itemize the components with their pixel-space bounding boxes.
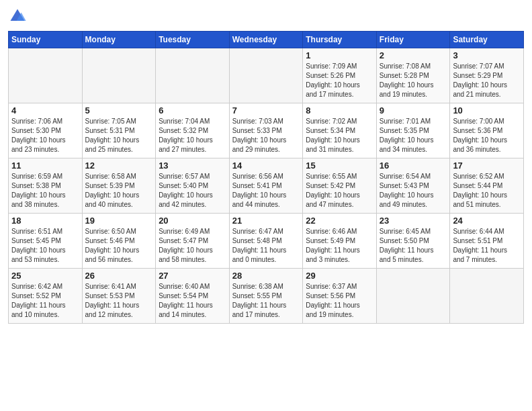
day-info: Sunrise: 7:08 AM Sunset: 5:28 PM Dayligh…	[380, 62, 447, 99]
day-number: 23	[380, 216, 447, 226]
calendar-week-row: 11Sunrise: 6:59 AM Sunset: 5:38 PM Dayli…	[9, 158, 524, 214]
day-number: 19	[85, 216, 153, 226]
day-number: 24	[453, 216, 521, 226]
day-number: 10	[453, 105, 521, 116]
calendar-cell: 3Sunrise: 7:07 AM Sunset: 5:29 PM Daylig…	[450, 48, 524, 103]
day-info: Sunrise: 6:52 AM Sunset: 5:44 PM Dayligh…	[453, 172, 521, 210]
day-number: 7	[232, 105, 300, 116]
day-info: Sunrise: 6:49 AM Sunset: 5:47 PM Dayligh…	[159, 227, 226, 265]
calendar-week-row: 4Sunrise: 7:06 AM Sunset: 5:30 PM Daylig…	[9, 103, 524, 158]
day-info: Sunrise: 6:50 AM Sunset: 5:46 PM Dayligh…	[85, 227, 153, 265]
calendar-cell: 22Sunrise: 6:46 AM Sunset: 5:49 PM Dayli…	[303, 214, 377, 269]
day-number: 16	[380, 161, 447, 171]
calendar-cell: 4Sunrise: 7:06 AM Sunset: 5:30 PM Daylig…	[9, 103, 83, 158]
day-info: Sunrise: 6:41 AM Sunset: 5:53 PM Dayligh…	[85, 282, 153, 320]
calendar-cell: 19Sunrise: 6:50 AM Sunset: 5:46 PM Dayli…	[82, 214, 156, 269]
day-info: Sunrise: 6:54 AM Sunset: 5:43 PM Dayligh…	[380, 172, 447, 210]
calendar-cell: 8Sunrise: 7:02 AM Sunset: 5:34 PM Daylig…	[303, 103, 377, 158]
calendar-cell: 21Sunrise: 6:47 AM Sunset: 5:48 PM Dayli…	[229, 214, 303, 269]
weekday-header: Saturday	[450, 32, 524, 48]
calendar-cell: 25Sunrise: 6:42 AM Sunset: 5:52 PM Dayli…	[9, 269, 83, 324]
weekday-header: Thursday	[303, 32, 377, 48]
weekday-header: Sunday	[9, 32, 83, 48]
day-number: 28	[232, 271, 300, 281]
day-number: 13	[159, 161, 226, 171]
day-info: Sunrise: 7:04 AM Sunset: 5:32 PM Dayligh…	[159, 117, 226, 154]
day-number: 26	[85, 271, 153, 281]
weekday-header: Monday	[82, 32, 156, 48]
calendar-cell: 17Sunrise: 6:52 AM Sunset: 5:44 PM Dayli…	[450, 158, 524, 214]
logo-icon	[8, 7, 27, 26]
day-info: Sunrise: 6:37 AM Sunset: 5:56 PM Dayligh…	[306, 282, 373, 320]
calendar-cell: 11Sunrise: 6:59 AM Sunset: 5:38 PM Dayli…	[9, 158, 83, 214]
day-info: Sunrise: 7:07 AM Sunset: 5:29 PM Dayligh…	[453, 62, 521, 99]
calendar-cell	[9, 48, 83, 103]
day-number: 21	[232, 216, 300, 226]
day-number: 6	[159, 105, 226, 116]
day-number: 11	[11, 161, 79, 171]
calendar-cell: 14Sunrise: 6:56 AM Sunset: 5:41 PM Dayli…	[229, 158, 303, 214]
day-number: 5	[85, 105, 153, 116]
day-number: 29	[306, 271, 373, 281]
day-number: 25	[11, 271, 79, 281]
weekday-header: Tuesday	[156, 32, 230, 48]
day-number: 20	[159, 216, 226, 226]
day-info: Sunrise: 6:46 AM Sunset: 5:49 PM Dayligh…	[306, 227, 373, 265]
calendar-week-row: 25Sunrise: 6:42 AM Sunset: 5:52 PM Dayli…	[9, 269, 524, 324]
calendar-header-row: SundayMondayTuesdayWednesdayThursdayFrid…	[9, 32, 524, 48]
calendar-cell	[229, 48, 303, 103]
calendar-cell: 26Sunrise: 6:41 AM Sunset: 5:53 PM Dayli…	[82, 269, 156, 324]
day-info: Sunrise: 6:57 AM Sunset: 5:40 PM Dayligh…	[159, 172, 226, 210]
calendar-cell: 12Sunrise: 6:58 AM Sunset: 5:39 PM Dayli…	[82, 158, 156, 214]
calendar-cell: 10Sunrise: 7:00 AM Sunset: 5:36 PM Dayli…	[450, 103, 524, 158]
day-info: Sunrise: 6:47 AM Sunset: 5:48 PM Dayligh…	[232, 227, 300, 265]
day-info: Sunrise: 6:42 AM Sunset: 5:52 PM Dayligh…	[11, 282, 79, 320]
day-info: Sunrise: 6:59 AM Sunset: 5:38 PM Dayligh…	[11, 172, 79, 210]
calendar-cell	[450, 269, 524, 324]
day-number: 3	[453, 50, 521, 60]
calendar-cell: 16Sunrise: 6:54 AM Sunset: 5:43 PM Dayli…	[376, 158, 450, 214]
day-number: 9	[380, 105, 447, 116]
day-info: Sunrise: 6:56 AM Sunset: 5:41 PM Dayligh…	[232, 172, 300, 210]
calendar-cell	[376, 269, 450, 324]
calendar-cell	[82, 48, 156, 103]
calendar-cell	[156, 48, 230, 103]
day-info: Sunrise: 6:38 AM Sunset: 5:55 PM Dayligh…	[232, 282, 300, 320]
page-header	[8, 7, 524, 26]
page-container: SundayMondayTuesdayWednesdayThursdayFrid…	[0, 0, 532, 329]
day-number: 14	[232, 161, 300, 171]
day-info: Sunrise: 7:03 AM Sunset: 5:33 PM Dayligh…	[232, 117, 300, 154]
day-info: Sunrise: 6:44 AM Sunset: 5:51 PM Dayligh…	[453, 227, 521, 265]
calendar-cell: 27Sunrise: 6:40 AM Sunset: 5:54 PM Dayli…	[156, 269, 230, 324]
calendar-cell: 5Sunrise: 7:05 AM Sunset: 5:31 PM Daylig…	[82, 103, 156, 158]
day-info: Sunrise: 6:58 AM Sunset: 5:39 PM Dayligh…	[85, 172, 153, 210]
calendar-cell: 20Sunrise: 6:49 AM Sunset: 5:47 PM Dayli…	[156, 214, 230, 269]
day-info: Sunrise: 7:06 AM Sunset: 5:30 PM Dayligh…	[11, 117, 79, 154]
calendar-cell: 2Sunrise: 7:08 AM Sunset: 5:28 PM Daylig…	[376, 48, 450, 103]
calendar-cell: 9Sunrise: 7:01 AM Sunset: 5:35 PM Daylig…	[376, 103, 450, 158]
day-number: 15	[306, 161, 373, 171]
calendar-cell: 15Sunrise: 6:55 AM Sunset: 5:42 PM Dayli…	[303, 158, 377, 214]
calendar-cell: 6Sunrise: 7:04 AM Sunset: 5:32 PM Daylig…	[156, 103, 230, 158]
day-number: 27	[159, 271, 226, 281]
day-info: Sunrise: 7:00 AM Sunset: 5:36 PM Dayligh…	[453, 117, 521, 154]
calendar-cell: 23Sunrise: 6:45 AM Sunset: 5:50 PM Dayli…	[376, 214, 450, 269]
weekday-header: Wednesday	[229, 32, 303, 48]
day-info: Sunrise: 6:40 AM Sunset: 5:54 PM Dayligh…	[159, 282, 226, 320]
calendar-table: SundayMondayTuesdayWednesdayThursdayFrid…	[8, 31, 524, 324]
day-number: 12	[85, 161, 153, 171]
day-number: 17	[453, 161, 521, 171]
calendar-week-row: 1Sunrise: 7:09 AM Sunset: 5:26 PM Daylig…	[9, 48, 524, 103]
day-info: Sunrise: 7:02 AM Sunset: 5:34 PM Dayligh…	[306, 117, 373, 154]
day-number: 18	[11, 216, 79, 226]
weekday-header: Friday	[376, 32, 450, 48]
day-number: 2	[380, 50, 447, 60]
day-number: 22	[306, 216, 373, 226]
calendar-cell: 28Sunrise: 6:38 AM Sunset: 5:55 PM Dayli…	[229, 269, 303, 324]
calendar-cell: 7Sunrise: 7:03 AM Sunset: 5:33 PM Daylig…	[229, 103, 303, 158]
day-info: Sunrise: 7:01 AM Sunset: 5:35 PM Dayligh…	[380, 117, 447, 154]
calendar-cell: 24Sunrise: 6:44 AM Sunset: 5:51 PM Dayli…	[450, 214, 524, 269]
day-number: 4	[11, 105, 79, 116]
day-info: Sunrise: 7:05 AM Sunset: 5:31 PM Dayligh…	[85, 117, 153, 154]
calendar-cell: 13Sunrise: 6:57 AM Sunset: 5:40 PM Dayli…	[156, 158, 230, 214]
